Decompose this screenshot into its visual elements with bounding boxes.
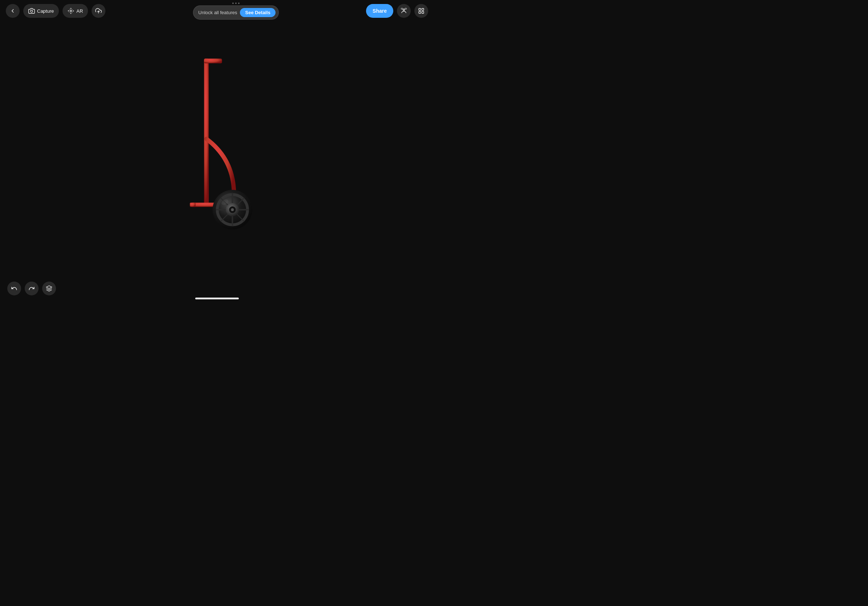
svg-marker-25 (46, 286, 52, 289)
top-bar-right: Share (366, 4, 428, 18)
dot-3 (238, 3, 240, 4)
svg-point-4 (403, 9, 405, 11)
svg-point-2 (69, 9, 73, 13)
top-bar-left: Capture AR (6, 4, 105, 18)
chevron-left-icon (9, 8, 16, 14)
ar-icon (68, 8, 74, 14)
capture-label: Capture (37, 8, 54, 14)
unlock-pill: Unlock all features See Details (193, 5, 279, 20)
see-details-button[interactable]: See Details (240, 8, 275, 17)
share-button[interactable]: Share (366, 4, 393, 18)
dot-1 (232, 3, 234, 4)
svg-rect-7 (419, 8, 420, 10)
top-bar: Capture AR Unlock all features (0, 0, 434, 22)
view-icon (418, 8, 425, 14)
capture-button[interactable]: Capture (23, 4, 59, 18)
svg-rect-6 (405, 8, 407, 9)
dot-2 (235, 3, 237, 4)
svg-rect-12 (204, 59, 222, 63)
layers-button[interactable] (42, 281, 56, 295)
upload-icon (95, 8, 102, 14)
svg-rect-11 (204, 59, 209, 205)
undo-icon (11, 285, 17, 292)
svg-point-0 (31, 10, 33, 12)
redo-button[interactable] (25, 281, 39, 295)
view-toggle-button[interactable] (414, 4, 428, 18)
person-ar-button[interactable] (397, 4, 411, 18)
top-bar-center: Unlock all features See Details (105, 3, 366, 20)
person-ar-icon (401, 8, 407, 14)
bottom-tools (7, 281, 56, 295)
hand-truck-model (163, 54, 271, 257)
redo-icon (28, 285, 35, 292)
ar-label: AR (76, 8, 83, 14)
svg-rect-5 (401, 8, 403, 9)
svg-rect-8 (422, 8, 424, 10)
upload-button[interactable] (91, 4, 105, 18)
undo-button[interactable] (7, 281, 21, 295)
svg-rect-10 (422, 12, 424, 14)
svg-point-1 (70, 10, 72, 12)
layers-icon (46, 285, 52, 292)
ar-button[interactable]: AR (62, 4, 88, 18)
svg-rect-14 (190, 203, 195, 207)
unlock-text: Unlock all features (198, 10, 237, 15)
main-canvas[interactable] (0, 0, 434, 303)
dots-indicator (232, 3, 240, 4)
camera-icon (28, 8, 35, 14)
bottom-bar (0, 278, 434, 303)
hand-truck-svg (163, 54, 257, 243)
svg-rect-9 (419, 12, 420, 14)
back-button[interactable] (6, 4, 20, 18)
svg-point-23 (231, 208, 234, 211)
